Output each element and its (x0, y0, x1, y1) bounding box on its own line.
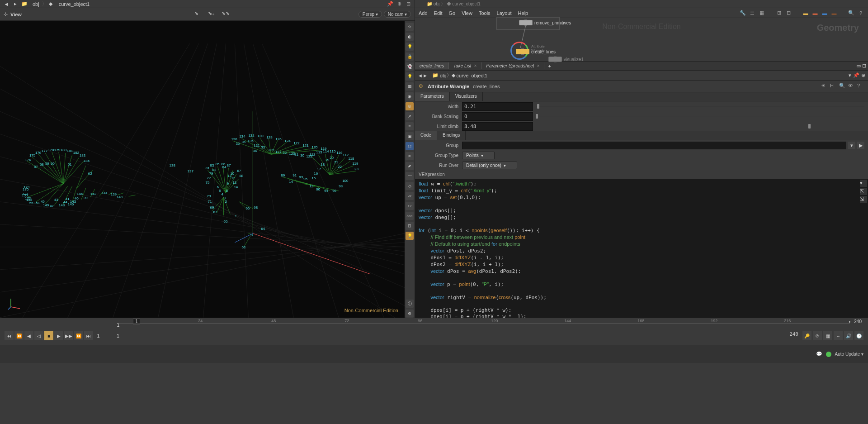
folder-icon[interactable]: 📁 (21, 0, 28, 8)
view-handle-icon[interactable]: ⊹ (4, 11, 8, 17)
expand-icon[interactable]: ⊡ (405, 0, 412, 8)
key-icon[interactable]: 🔑 (802, 331, 811, 340)
prim-normals-icon[interactable]: ⬈ (406, 162, 414, 170)
folder-icon[interactable]: 📁 (432, 72, 439, 78)
tab-max-icon[interactable]: ⊡ (862, 63, 866, 69)
audio-icon[interactable]: 🔊 (844, 331, 853, 340)
home-icon[interactable]: ▸ (12, 0, 19, 8)
crumb-obj[interactable]: obj (440, 73, 447, 78)
node-remove-primitives[interactable]: remove_primitives (519, 20, 571, 25)
play-button[interactable]: ▶ (54, 331, 63, 340)
chat-icon[interactable]: 💬 (816, 351, 822, 357)
slider-width[interactable] (536, 103, 864, 110)
menu-tools[interactable]: Tools (479, 10, 491, 16)
range-end[interactable]: 240 (789, 331, 798, 340)
close-icon[interactable]: × (537, 63, 540, 68)
help-icon[interactable]: ? (857, 10, 864, 17)
tab-create-lines[interactable]: create_lines (415, 62, 449, 69)
gear-icon[interactable]: ⚙ (419, 83, 425, 90)
frame-display[interactable]: 1 (97, 333, 100, 339)
tab-take-list[interactable]: Take List× (449, 62, 482, 69)
realtime-icon[interactable]: ▦ (823, 331, 832, 340)
menu-help[interactable]: Help (518, 10, 528, 16)
close-icon[interactable]: × (474, 63, 477, 68)
next-key-button[interactable]: ⏩ (74, 331, 83, 340)
tab-bindings[interactable]: Bindings (437, 131, 466, 140)
lighting-icon[interactable]: 💡 (406, 43, 414, 51)
group-picker-icon[interactable]: ▾ (848, 142, 855, 149)
prim-numbers-icon[interactable]: 12 (406, 202, 414, 210)
input-bank-scaling[interactable] (462, 112, 533, 121)
slider-limit-climb[interactable] (536, 123, 864, 129)
tab-param-spreadsheet[interactable]: Parameter Spreadsheet× (481, 62, 544, 69)
bulb-icon[interactable]: 💡 (406, 72, 414, 81)
normals-icon[interactable]: ↗ (406, 112, 414, 120)
point-numbers-icon[interactable]: 12 (406, 142, 414, 150)
info-icon[interactable]: ⓘ (406, 300, 414, 308)
view2-icon[interactable]: ⊟ (785, 10, 792, 17)
back-icon[interactable]: ◄ (3, 0, 10, 8)
input-group[interactable] (462, 142, 846, 149)
materials-icon[interactable]: ◉ (406, 92, 414, 100)
auto-update-dropdown[interactable]: Auto Update ▾ (835, 352, 863, 357)
crumb-obj[interactable]: obj (30, 1, 42, 7)
footprints-icon[interactable]: abc (406, 212, 414, 220)
help-icon[interactable]: ? (857, 83, 864, 90)
range-start[interactable]: 1 (117, 333, 119, 338)
tab-add-button[interactable]: + (544, 62, 554, 70)
tab-minimize-icon[interactable]: ▭ (856, 63, 861, 69)
stop-button[interactable]: ■ (44, 331, 53, 340)
view1-icon[interactable]: ⊞ (775, 10, 783, 17)
back-icon[interactable]: ◄ (418, 73, 423, 78)
wireframe-icon[interactable]: ▦ (406, 82, 414, 91)
select-tool-icon[interactable]: ⬊ (194, 10, 203, 19)
cook-indicator-icon[interactable] (826, 352, 831, 357)
color2-icon[interactable]: ▬ (811, 10, 819, 17)
group-arrow-icon[interactable]: ▶ (857, 142, 864, 149)
menu-layout[interactable]: Layout (497, 10, 512, 16)
last-frame-button[interactable]: ⏭ (84, 331, 93, 340)
link-icon[interactable]: ⊕ (396, 0, 403, 8)
menu-add[interactable]: Add (419, 10, 428, 16)
color4-icon[interactable]: ▬ (830, 10, 838, 17)
cv-icon[interactable]: ⊡ (406, 222, 414, 230)
clock-icon[interactable]: 🕐 (854, 331, 863, 340)
code-expand-icon[interactable]: ▾ (860, 180, 867, 187)
select-group-type[interactable]: Points ▾ (462, 152, 495, 159)
tab-code[interactable]: Code (415, 131, 437, 140)
camera-dropdown[interactable]: No cam ▾ (384, 11, 411, 18)
vex-code-editor[interactable]: float w = chf("./width"); float limit_y … (415, 179, 868, 318)
visualize-icon[interactable]: 💡 (406, 232, 414, 240)
timeline-ruler[interactable]: 24 48 72 96 120 144 168 192 216 (118, 324, 850, 328)
select-group-icon[interactable]: ⬊⬊ (222, 10, 230, 19)
color3-icon[interactable]: ▬ (821, 10, 828, 17)
input-limit-climb[interactable] (462, 122, 533, 131)
settings-icon[interactable]: ⚙ (406, 310, 414, 318)
crumb-node[interactable]: curve_object1 (56, 1, 93, 7)
pin-icon[interactable]: 📌 (853, 72, 859, 78)
node-name[interactable]: create_lines (473, 84, 500, 89)
crumb-node[interactable]: curve_object1 (457, 73, 488, 78)
show-points-icon[interactable]: ⊙ (406, 102, 414, 110)
node-create-lines[interactable]: create_lines Attribute Wrangle (516, 49, 556, 54)
display-options-icon[interactable]: ☆ (406, 23, 414, 31)
node-visualize[interactable]: visualize1 (548, 57, 584, 62)
persp-dropdown[interactable]: Persp ▾ (359, 11, 382, 18)
bbox-icon[interactable]: ▣ (406, 132, 414, 140)
list-icon[interactable]: ☰ (749, 10, 756, 17)
color1-icon[interactable]: ▬ (802, 10, 809, 17)
select-run-over[interactable]: Detail (only once) ▾ (462, 162, 517, 169)
next-frame-button[interactable]: ▶▶ (64, 331, 73, 340)
profiles-icon[interactable]: 〰 (406, 172, 414, 180)
input-width[interactable] (462, 102, 533, 111)
jump-icon[interactable]: H (830, 83, 837, 90)
eye-icon[interactable]: 👁 (848, 83, 855, 90)
pin-icon[interactable]: 📌 (387, 0, 394, 8)
menu-view[interactable]: View (462, 10, 472, 16)
menu-go[interactable]: Go (449, 10, 456, 16)
tab-parameters[interactable]: Parameters (415, 92, 450, 101)
loop-icon[interactable]: ⟳ (813, 331, 822, 340)
select-add-icon[interactable]: ⬊₊ (208, 10, 216, 19)
dropdown-icon[interactable]: ▾ (849, 72, 851, 78)
wrench-icon[interactable]: 🔧 (739, 10, 746, 17)
